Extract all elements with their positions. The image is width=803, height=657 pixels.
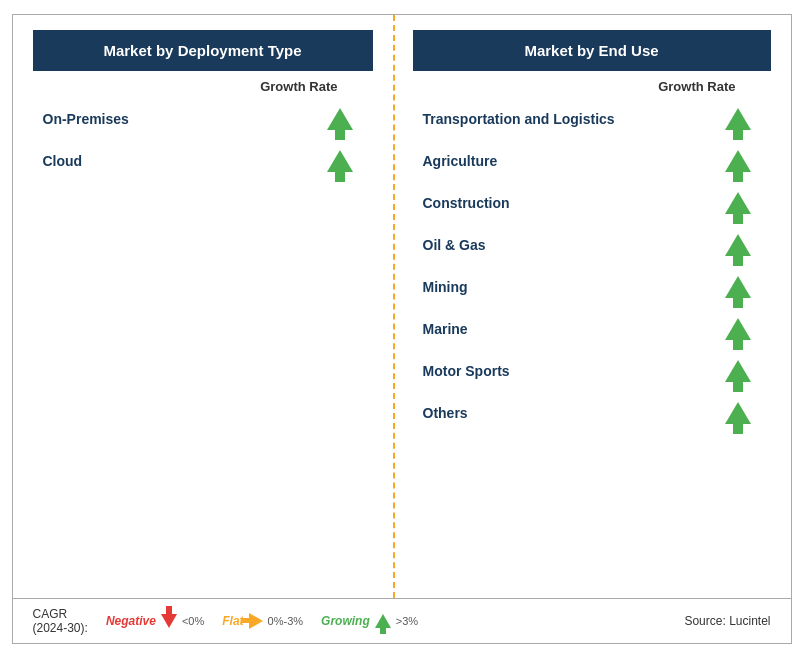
up-arrow-icon xyxy=(725,402,751,424)
down-arrow-red-icon xyxy=(161,614,177,628)
agriculture-label: Agriculture xyxy=(423,153,498,169)
main-container: Market by Deployment Type Growth Rate On… xyxy=(12,14,792,644)
footer: CAGR (2024-30): Negative <0% Flat 0%-3% … xyxy=(13,598,791,643)
cloud-label: Cloud xyxy=(43,153,83,169)
up-arrow-icon xyxy=(725,318,751,340)
list-item: Oil & Gas xyxy=(393,224,791,266)
right-arrow-yellow-icon xyxy=(249,613,263,629)
list-item: On-Premises xyxy=(13,98,393,140)
growing-label: Growing xyxy=(321,614,370,628)
up-arrow-icon xyxy=(725,276,751,298)
marine-label: Marine xyxy=(423,321,468,337)
source-label: Source: Lucintel xyxy=(684,614,770,628)
legend-negative: Negative <0% xyxy=(106,614,204,628)
vertical-divider xyxy=(393,15,395,598)
others-label: Others xyxy=(423,405,468,421)
left-panel: Market by Deployment Type Growth Rate On… xyxy=(13,15,393,598)
left-panel-header: Market by Deployment Type xyxy=(33,30,373,71)
list-item: Transportation and Logistics xyxy=(393,98,791,140)
list-item: Mining xyxy=(393,266,791,308)
transportation-label: Transportation and Logistics xyxy=(423,111,615,127)
mining-label: Mining xyxy=(423,279,468,295)
up-arrow-icon xyxy=(725,192,751,214)
up-arrow-icon xyxy=(725,150,751,172)
chart-area: Market by Deployment Type Growth Rate On… xyxy=(13,15,791,598)
legend-flat: Flat 0%-3% xyxy=(222,613,303,629)
motor-sports-label: Motor Sports xyxy=(423,363,510,379)
oil-gas-label: Oil & Gas xyxy=(423,237,486,253)
negative-label: Negative xyxy=(106,614,156,628)
list-item: Motor Sports xyxy=(393,350,791,392)
up-arrow-icon xyxy=(725,108,751,130)
list-item: Agriculture xyxy=(393,140,791,182)
right-panel: Market by End Use Growth Rate Transporta… xyxy=(393,15,791,598)
right-panel-header: Market by End Use xyxy=(413,30,771,71)
growing-sublabel: >3% xyxy=(396,615,418,627)
list-item: Others xyxy=(393,392,791,434)
construction-label: Construction xyxy=(423,195,510,211)
up-arrow-icon xyxy=(725,360,751,382)
up-arrow-icon xyxy=(327,108,353,130)
flat-sublabel: 0%-3% xyxy=(268,615,303,627)
right-growth-rate-label: Growth Rate xyxy=(393,71,791,98)
up-arrow-green-icon xyxy=(375,614,391,628)
list-item: Marine xyxy=(393,308,791,350)
legend-block: CAGR (2024-30): Negative <0% Flat 0%-3% … xyxy=(33,607,419,635)
on-premises-label: On-Premises xyxy=(43,111,129,127)
legend-growing: Growing >3% xyxy=(321,614,418,628)
up-arrow-icon xyxy=(327,150,353,172)
list-item: Cloud xyxy=(13,140,393,182)
list-item: Construction xyxy=(393,182,791,224)
cagr-label: CAGR (2024-30): xyxy=(33,607,88,635)
left-growth-rate-label: Growth Rate xyxy=(13,71,393,98)
negative-sublabel: <0% xyxy=(182,615,204,627)
up-arrow-icon xyxy=(725,234,751,256)
